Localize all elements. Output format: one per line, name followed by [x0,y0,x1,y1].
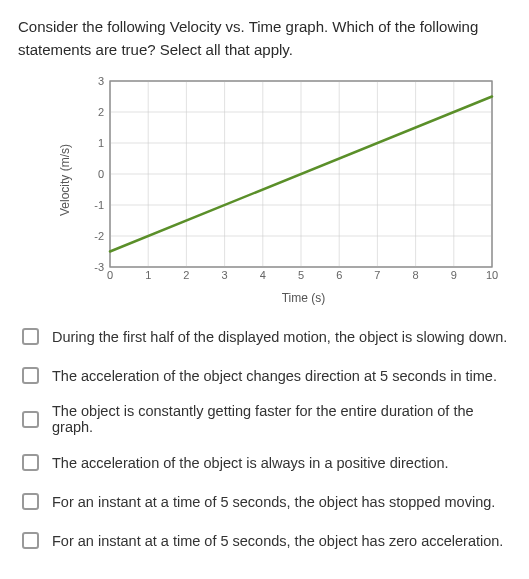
option-3-checkbox[interactable] [22,411,39,428]
option-5[interactable]: For an instant at a time of 5 seconds, t… [18,490,511,513]
option-3-label: The object is constantly getting faster … [52,403,511,435]
option-1[interactable]: During the first half of the displayed m… [18,325,511,348]
svg-text:10: 10 [486,269,498,281]
answer-options: During the first half of the displayed m… [18,325,511,552]
svg-text:3: 3 [222,269,228,281]
svg-text:1: 1 [98,137,104,149]
svg-text:9: 9 [451,269,457,281]
svg-text:-2: -2 [94,230,104,242]
svg-text:1: 1 [145,269,151,281]
option-3[interactable]: The object is constantly getting faster … [18,403,511,435]
option-2[interactable]: The acceleration of the object changes d… [18,364,511,387]
svg-text:0: 0 [98,168,104,180]
option-5-checkbox[interactable] [22,493,39,510]
option-6[interactable]: For an instant at a time of 5 seconds, t… [18,529,511,552]
chart-svg: 012345678910-3-2-10123 [82,75,502,285]
x-axis-label: Time (s) [96,291,511,305]
option-4-checkbox[interactable] [22,454,39,471]
svg-text:6: 6 [336,269,342,281]
option-2-checkbox[interactable] [22,367,39,384]
svg-text:7: 7 [374,269,380,281]
svg-text:5: 5 [298,269,304,281]
option-5-label: For an instant at a time of 5 seconds, t… [52,494,495,510]
question-prompt: Consider the following Velocity vs. Time… [18,16,511,61]
velocity-time-chart: Velocity (m/s) 012345678910-3-2-10123 Ti… [58,75,511,305]
option-6-checkbox[interactable] [22,532,39,549]
option-1-checkbox[interactable] [22,328,39,345]
svg-text:0: 0 [107,269,113,281]
svg-text:4: 4 [260,269,266,281]
svg-text:-3: -3 [94,261,104,273]
option-4-label: The acceleration of the object is always… [52,455,449,471]
y-axis-label: Velocity (m/s) [58,144,72,216]
option-2-label: The acceleration of the object changes d… [52,368,497,384]
option-1-label: During the first half of the displayed m… [52,329,507,345]
svg-text:2: 2 [183,269,189,281]
svg-text:3: 3 [98,75,104,87]
option-4[interactable]: The acceleration of the object is always… [18,451,511,474]
svg-text:8: 8 [413,269,419,281]
svg-text:-1: -1 [94,199,104,211]
option-6-label: For an instant at a time of 5 seconds, t… [52,533,503,549]
svg-text:2: 2 [98,106,104,118]
